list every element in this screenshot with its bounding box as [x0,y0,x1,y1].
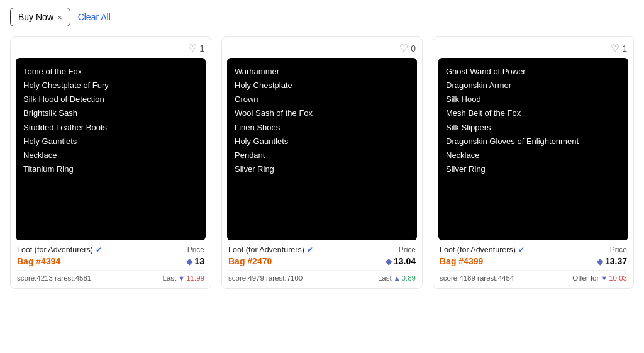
clear-all-button[interactable]: Clear All [78,12,111,22]
filter-bar: Buy Now × Clear All [10,8,634,26]
price-label: Price [610,245,627,254]
like-count: 0 [411,43,416,53]
card-seller-row: Loot (for Adventurers) ✔ Price [17,245,204,254]
item-name: Dragonskin Armor [446,79,621,92]
card-0: ♡1Tome of the FoxHoly Chestplate of Fury… [10,36,211,289]
card-seller-row: Loot (for Adventurers) ✔ Price [440,245,627,254]
bag-id[interactable]: Bag #4394 [17,256,60,266]
seller-name[interactable]: Loot (for Adventurers) ✔ [440,245,525,254]
eth-icon: ◆ [386,257,392,266]
item-name: Tome of the Fox [23,65,198,78]
item-name: Warhammer [235,65,409,78]
item-name: Necklace [446,149,621,162]
last-price: ▲ 0.89 [394,274,416,282]
last-price: ▼ 10.03 [601,274,627,282]
card-stats-row: score:4189 rarest:4454 Offer for ▼ 10.03 [440,270,627,282]
card-footer: Loot (for Adventurers) ✔ Price Bag #2470… [222,240,422,288]
card-heart-row: ♡1 [11,37,211,58]
price-label: Price [187,245,204,254]
card-image[interactable]: Tome of the FoxHoly Chestplate of FurySi… [16,58,206,240]
item-name: Holy Gauntlets [23,135,198,148]
item-name: Dragonskin Gloves of Enlightenment [446,135,621,148]
last-price: ▼ 11.99 [178,274,204,282]
bag-id[interactable]: Bag #4399 [440,256,483,266]
card-price-row: Bag #2470 ◆ 13.04 [228,256,416,266]
eth-icon: ◆ [597,257,603,266]
verified-badge: ✔ [518,245,525,254]
card-image[interactable]: WarhammerHoly ChestplateCrownWool Sash o… [227,58,417,240]
card-stats-row: score:4979 rarest:7100 Last ▲ 0.89 [228,270,416,282]
item-name: Silk Hood [446,93,621,106]
item-name: Mesh Belt of the Fox [446,107,621,120]
item-name: Silver Ring [235,163,409,176]
item-name: Holy Gauntlets [235,135,409,148]
eth-small-icon: ▼ [601,274,608,282]
item-name: Linen Shoes [235,121,409,134]
verified-badge: ✔ [96,245,102,254]
card-image[interactable]: Ghost Wand of PowerDragonskin ArmorSilk … [438,58,628,240]
item-name: Silver Ring [446,163,621,176]
last-price-amount: 0.89 [402,274,416,282]
card-seller-row: Loot (for Adventurers) ✔ Price [228,245,416,254]
item-name: Holy Chestplate [235,79,409,92]
last-label: Offer for [572,274,599,282]
price-value: ◆ 13 [186,256,204,266]
like-count: 1 [622,43,627,53]
last-offer: Offer for ▼ 10.03 [572,274,627,282]
last-price-amount: 10.03 [609,274,627,282]
score-rarest: score:4189 rarest:4454 [440,274,514,282]
heart-icon[interactable]: ♡ [611,42,619,54]
last-label: Last [163,274,177,282]
cards-grid: ♡1Tome of the FoxHoly Chestplate of Fury… [10,36,634,289]
item-name: Titanium Ring [23,163,198,176]
card-1: ♡0WarhammerHoly ChestplateCrownWool Sash… [221,36,423,289]
item-name: Necklace [23,149,198,162]
eth-small-icon: ▲ [394,274,401,282]
price-amount: 13.04 [394,256,416,266]
eth-icon: ◆ [186,257,192,266]
card-heart-row: ♡0 [222,37,422,58]
heart-icon[interactable]: ♡ [188,42,197,54]
last-offer: Last ▼ 11.99 [163,274,204,282]
price-value: ◆ 13.04 [386,256,416,266]
seller-name[interactable]: Loot (for Adventurers) ✔ [228,245,313,254]
card-stats-row: score:4213 rarest:4581 Last ▼ 11.99 [17,270,204,282]
item-name: Silk Slippers [446,121,621,134]
price-amount: 13.37 [605,256,627,266]
verified-badge: ✔ [307,245,313,254]
item-name: Studded Leather Boots [23,121,198,134]
item-name: Pendant [235,149,409,162]
card-footer: Loot (for Adventurers) ✔ Price Bag #4394… [11,240,211,288]
last-offer: Last ▲ 0.89 [378,274,416,282]
item-name: Wool Sash of the Fox [235,107,409,120]
filter-tag-close-icon[interactable]: × [57,13,62,22]
card-price-row: Bag #4399 ◆ 13.37 [440,256,627,266]
last-price-amount: 11.99 [186,274,204,282]
bag-id[interactable]: Bag #2470 [228,256,272,266]
like-count: 1 [199,43,204,53]
price-amount: 13 [194,256,204,266]
item-name: Holy Chestplate of Fury [23,79,198,92]
filter-tag-label: Buy Now [18,12,53,22]
card-2: ♡1Ghost Wand of PowerDragonskin ArmorSil… [433,36,634,289]
last-label: Last [378,274,392,282]
score-rarest: score:4979 rarest:7100 [228,274,303,282]
card-heart-row: ♡1 [433,37,633,58]
card-footer: Loot (for Adventurers) ✔ Price Bag #4399… [433,240,633,288]
seller-name[interactable]: Loot (for Adventurers) ✔ [17,245,102,254]
item-name: Brightsilk Sash [23,107,198,120]
item-name: Silk Hood of Detection [23,93,198,106]
item-name: Ghost Wand of Power [446,65,621,78]
item-name: Crown [235,93,409,106]
filter-tag-buy-now[interactable]: Buy Now × [10,8,70,26]
card-price-row: Bag #4394 ◆ 13 [17,256,204,266]
price-value: ◆ 13.37 [597,256,627,266]
eth-small-icon: ▼ [178,274,185,282]
heart-icon[interactable]: ♡ [399,42,408,54]
score-rarest: score:4213 rarest:4581 [17,274,91,282]
price-label: Price [399,245,416,254]
